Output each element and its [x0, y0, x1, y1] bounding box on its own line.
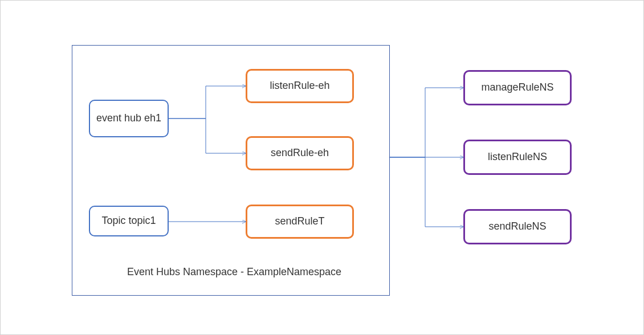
entity-topic: Topic topic1 — [89, 206, 169, 236]
rule-manage-ns-label: manageRuleNS — [481, 81, 553, 94]
rule-send-t-label: sendRuleT — [275, 215, 324, 228]
rule-send-t: sendRuleT — [246, 205, 354, 239]
rule-send-eh-label: sendRule-eh — [271, 146, 329, 160]
rule-listen-ns-label: listenRuleNS — [488, 150, 547, 164]
rule-listen-ns: listenRuleNS — [463, 140, 572, 175]
rule-listen-eh-label: listenRule-eh — [270, 79, 329, 92]
rule-listen-eh: listenRule-eh — [246, 69, 354, 103]
diagram-canvas: event hub eh1 Topic topic1 listenRule-eh… — [0, 0, 644, 335]
rule-send-ns: sendRuleNS — [463, 209, 572, 244]
namespace-caption: Event Hubs Namespace - ExampleNamespace — [120, 266, 348, 278]
rule-send-ns-label: sendRuleNS — [488, 220, 546, 233]
rule-send-eh: sendRule-eh — [246, 136, 354, 170]
entity-topic-label: Topic topic1 — [101, 214, 156, 227]
entity-eventhub-label: event hub eh1 — [96, 112, 161, 125]
entity-eventhub: event hub eh1 — [89, 100, 169, 137]
rule-manage-ns: manageRuleNS — [463, 70, 572, 105]
